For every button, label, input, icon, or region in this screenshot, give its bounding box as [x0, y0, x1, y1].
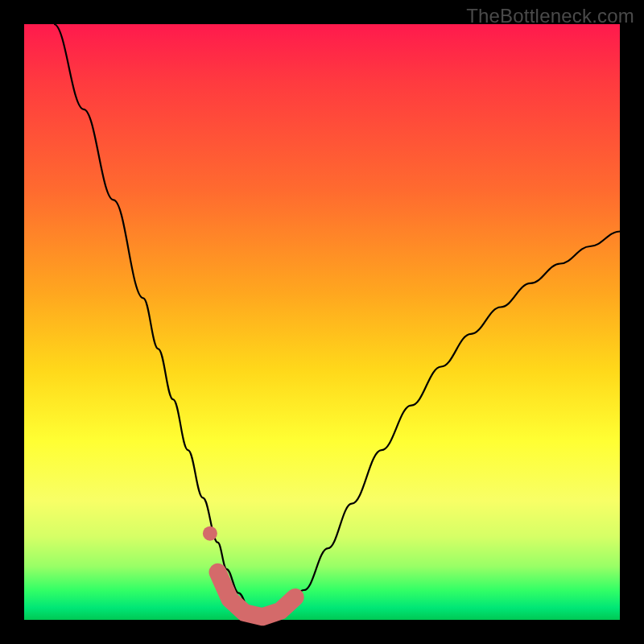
highlight-dot	[203, 526, 217, 541]
bottleneck-curve	[54, 24, 620, 617]
watermark-text: TheBottleneck.com	[466, 5, 634, 27]
plot-area	[24, 24, 620, 620]
highlight-valley	[218, 572, 295, 617]
chart-svg	[24, 24, 620, 620]
